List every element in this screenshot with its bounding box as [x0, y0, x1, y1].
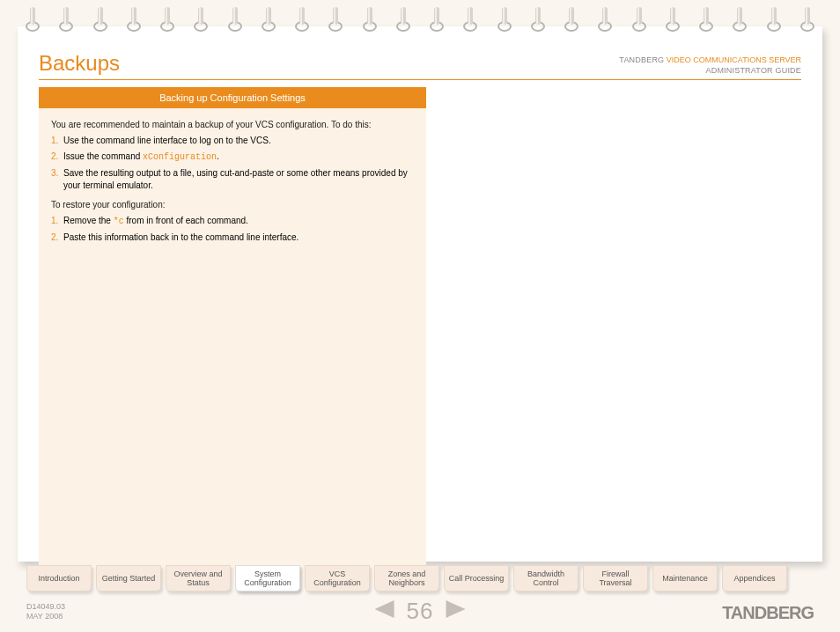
- tab-getting-started[interactable]: Getting Started: [96, 565, 161, 592]
- svg-rect-23: [267, 7, 269, 25]
- step-text-pre: Issue the command: [63, 151, 143, 161]
- step-text-post: .: [217, 151, 219, 161]
- spiral-ring-icon: [261, 7, 276, 32]
- spiral-ring-icon: [328, 7, 343, 32]
- svg-rect-71: [806, 7, 807, 25]
- doc-id: D14049.03: [26, 602, 65, 612]
- spiral-ring-icon: [429, 7, 445, 32]
- footer: D14049.03 MAY 2008 56 TANDBERG: [26, 599, 814, 625]
- svg-rect-38: [435, 7, 437, 25]
- brand-sub: ADMINISTRATOR GUIDE: [619, 65, 801, 76]
- tab-firewall-traversal[interactable]: Firewall Traversal: [583, 565, 648, 592]
- svg-rect-11: [132, 7, 134, 25]
- svg-rect-2: [31, 7, 33, 25]
- step-3: 3.Save the resulting output to a file, u…: [51, 167, 414, 192]
- spiral-ring-icon: [25, 7, 41, 32]
- tab-maintenance[interactable]: Maintenance: [652, 565, 718, 592]
- svg-rect-50: [570, 7, 571, 25]
- svg-rect-20: [233, 7, 235, 25]
- spiral-ring-icon: [462, 7, 478, 32]
- svg-rect-8: [99, 7, 100, 25]
- tab-overview-status[interactable]: Overview and Status: [166, 565, 231, 592]
- doc-meta: D14049.03 MAY 2008: [26, 602, 65, 621]
- steps-backup: 1.Use the command line interface to log …: [39, 135, 426, 192]
- svg-rect-14: [166, 7, 167, 25]
- spiral-ring-icon: [159, 7, 175, 32]
- spiral-ring-icon: [631, 7, 647, 32]
- step-text: Use the command line interface to log on…: [63, 136, 271, 145]
- restore-intro: To restore your configuration:: [39, 199, 426, 211]
- spiral-ring-icon: [766, 7, 782, 32]
- tab-bandwidth-control[interactable]: Bandwidth Control: [513, 565, 578, 592]
- spiral-ring-icon: [126, 7, 142, 32]
- tab-appendices[interactable]: Appendices: [722, 565, 787, 592]
- steps-restore: 1.Remove the *c from in front of each co…: [39, 215, 426, 244]
- step-2: 2.Issue the command xConfiguration.: [51, 151, 414, 164]
- svg-rect-29: [334, 7, 335, 25]
- page-nav: 56: [375, 598, 466, 625]
- svg-rect-65: [738, 7, 740, 25]
- spiral-ring-icon: [698, 7, 714, 32]
- svg-rect-47: [536, 7, 538, 25]
- next-page-icon[interactable]: [442, 600, 465, 623]
- spiral-ring-icon: [799, 7, 815, 32]
- spiral-ring-icon: [597, 7, 613, 32]
- svg-rect-17: [199, 7, 201, 25]
- tab-call-processing[interactable]: Call Processing: [444, 565, 509, 592]
- nav-tabs: Introduction Getting Started Overview an…: [26, 565, 787, 592]
- step-text-pre: Remove the: [63, 216, 114, 225]
- step-text: Save the resulting output to a file, usi…: [63, 168, 408, 190]
- page-header: Backups TANDBERG VIDEO COMMUNICATIONS SE…: [39, 51, 801, 80]
- svg-rect-5: [64, 7, 66, 25]
- spiral-ring-icon: [665, 7, 681, 32]
- tab-vcs-configuration[interactable]: VCS Configuration: [305, 565, 370, 592]
- footer-logo: TANDBERG: [722, 603, 814, 623]
- brand-prefix: TANDBERG: [619, 55, 664, 64]
- tab-introduction[interactable]: Introduction: [26, 565, 92, 592]
- spiral-ring-icon: [530, 7, 546, 32]
- svg-rect-53: [603, 7, 605, 25]
- step-text-post: from in front of each command.: [124, 216, 248, 225]
- svg-rect-41: [468, 7, 470, 25]
- svg-rect-59: [671, 7, 673, 25]
- spiral-ring-icon: [362, 7, 378, 32]
- left-column: Backing up Configuration Settings You ar…: [39, 87, 426, 582]
- spiral-ring-icon: [497, 7, 512, 32]
- section-heading: Backing up Configuration Settings: [39, 87, 426, 108]
- content-area: Backing up Configuration Settings You ar…: [39, 87, 801, 582]
- spiral-ring-icon: [294, 7, 310, 32]
- svg-rect-62: [704, 7, 706, 25]
- spiral-ring-icon: [58, 7, 74, 32]
- svg-rect-44: [503, 7, 505, 25]
- svg-rect-35: [402, 7, 403, 25]
- spiral-ring-icon: [395, 7, 411, 32]
- spiral-ring-icon: [193, 7, 209, 32]
- svg-rect-32: [368, 7, 370, 25]
- tab-zones-neighbors[interactable]: Zones and Neighbors: [374, 565, 439, 592]
- intro-text: You are recommended to maintain a backup…: [39, 119, 426, 131]
- prev-page-icon[interactable]: [375, 600, 398, 623]
- brand-highlight: VIDEO COMMUNICATIONS SERVER: [667, 55, 801, 64]
- svg-rect-26: [300, 7, 302, 25]
- restore-step-1: 1.Remove the *c from in front of each co…: [51, 215, 414, 228]
- spiral-ring-icon: [92, 7, 108, 32]
- svg-rect-68: [772, 7, 774, 25]
- code-xconfiguration: xConfiguration: [143, 152, 217, 162]
- code-star-c: *c: [114, 217, 124, 226]
- spiral-ring-icon: [227, 7, 243, 32]
- svg-rect-56: [637, 7, 639, 25]
- step-1: 1.Use the command line interface to log …: [51, 135, 414, 147]
- tab-system-configuration[interactable]: System Configuration: [235, 565, 300, 592]
- step-text: Paste this information back in to the co…: [63, 232, 298, 242]
- header-branding: TANDBERG VIDEO COMMUNICATIONS SERVER ADM…: [619, 55, 801, 76]
- spiral-ring-icon: [564, 7, 579, 32]
- restore-step-2: 2.Paste this information back in to the …: [51, 231, 414, 244]
- page-sheet: Backups TANDBERG VIDEO COMMUNICATIONS SE…: [18, 26, 822, 562]
- svg-marker-73: [446, 600, 465, 618]
- page-number: 56: [407, 598, 434, 625]
- svg-marker-72: [375, 600, 394, 618]
- spiral-ring-icon: [732, 7, 748, 32]
- doc-date: MAY 2008: [26, 612, 65, 621]
- spiral-binding: // rings will be generated below via DOM…: [25, 7, 815, 37]
